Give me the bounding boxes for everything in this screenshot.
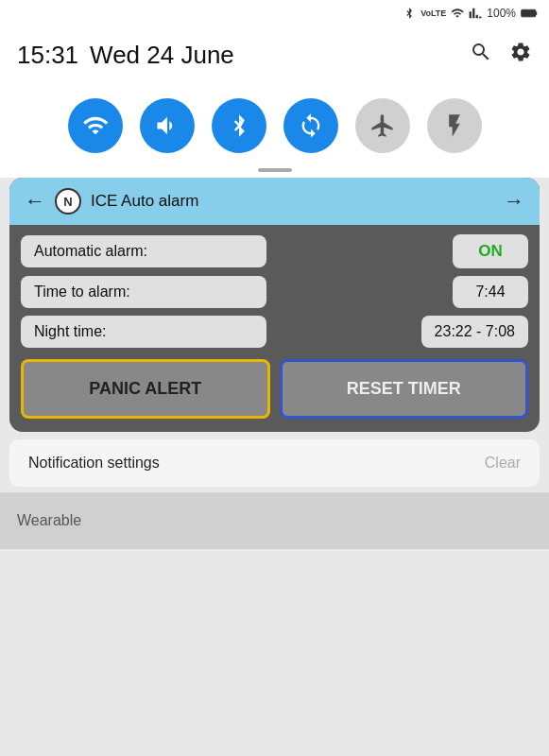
header-datetime: 15:31 Wed 24 June — [17, 41, 234, 70]
notif-action-buttons: PANIC ALERT RESET TIMER — [21, 359, 528, 419]
volte-icon: VoLTE — [420, 9, 446, 18]
notif-forward-button[interactable]: → — [504, 189, 524, 214]
reset-timer-button[interactable]: RESET TIMER — [280, 359, 529, 419]
sync-toggle[interactable] — [283, 98, 338, 153]
notification-body: Automatic alarm: ON Time to alarm: 7:44 … — [9, 225, 540, 432]
flashlight-toggle[interactable] — [427, 98, 482, 153]
svg-rect-2 — [536, 11, 538, 15]
bottom-bar: Wearable — [0, 492, 549, 549]
automatic-alarm-value[interactable]: ON — [453, 234, 528, 268]
search-icon[interactable] — [470, 41, 492, 69]
night-time-row: Night time: 23:22 - 7:08 — [21, 316, 528, 348]
time-to-alarm-label: Time to alarm: — [21, 276, 266, 308]
notif-title: ICE Auto alarm — [91, 192, 198, 211]
battery-text: 100% — [487, 7, 516, 20]
time-to-alarm-value[interactable]: 7:44 — [453, 276, 528, 308]
notification-footer: Notification settings Clear — [9, 439, 540, 487]
quick-settings-bar — [0, 83, 549, 168]
notif-app-icon: N — [55, 188, 81, 215]
clear-button: Clear — [485, 455, 521, 472]
status-icons: VoLTE 100% — [403, 7, 538, 20]
notification-card: ← N ICE Auto alarm → Automatic alarm: ON… — [9, 178, 540, 432]
wifi-status-icon — [451, 7, 464, 20]
header-time: 15:31 — [17, 41, 78, 70]
bluetooth-status-icon — [403, 7, 416, 20]
signal-icon — [469, 7, 482, 20]
drag-handle — [0, 168, 549, 178]
sound-toggle[interactable] — [140, 98, 195, 153]
svg-rect-1 — [523, 10, 536, 16]
notification-settings-link[interactable]: Notification settings — [28, 455, 160, 472]
notif-back-button[interactable]: ← — [25, 189, 45, 214]
status-bar: VoLTE 100% — [0, 0, 549, 26]
battery-icon — [521, 8, 538, 19]
time-to-alarm-row: Time to alarm: 7:44 — [21, 276, 528, 308]
settings-icon[interactable] — [509, 41, 532, 69]
drag-handle-bar — [258, 168, 292, 172]
notif-header-left: ← N ICE Auto alarm — [25, 188, 198, 215]
header-bar: 15:31 Wed 24 June — [0, 26, 549, 83]
header-date: Wed 24 June — [90, 41, 234, 70]
night-time-value[interactable]: 23:22 - 7:08 — [421, 316, 528, 348]
panic-alert-button[interactable]: PANIC ALERT — [21, 359, 270, 419]
header-actions — [470, 41, 532, 69]
bluetooth-toggle[interactable] — [212, 98, 266, 153]
wearable-label: Wearable — [17, 512, 81, 529]
night-time-label: Night time: — [21, 316, 266, 348]
automatic-alarm-row: Automatic alarm: ON — [21, 234, 528, 268]
wifi-toggle[interactable] — [68, 98, 123, 153]
notification-header: ← N ICE Auto alarm → — [9, 178, 540, 225]
airplane-toggle[interactable] — [355, 98, 410, 153]
automatic-alarm-label: Automatic alarm: — [21, 235, 266, 267]
